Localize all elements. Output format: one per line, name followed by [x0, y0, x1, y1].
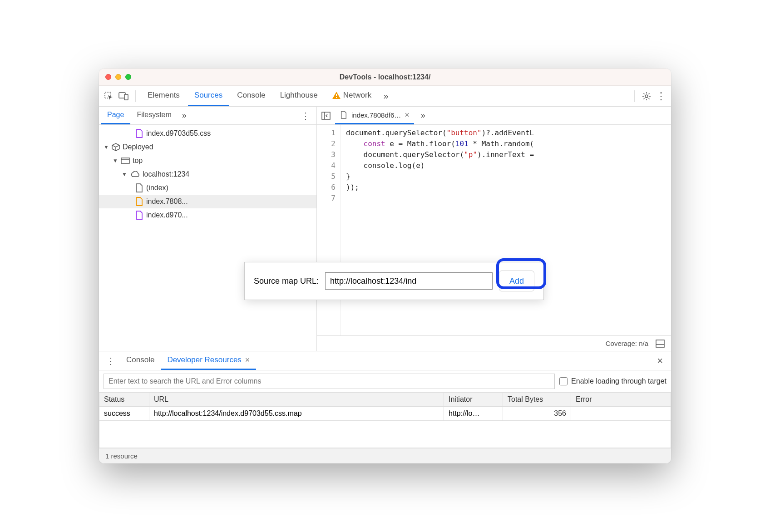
devtools-toolbar: Elements Sources Console Lighthouse Netw… — [99, 86, 671, 107]
svg-rect-3 — [336, 94, 337, 96]
editor-statusbar: Coverage: n/a — [317, 335, 671, 351]
col-status[interactable]: Status — [99, 393, 149, 407]
source-map-popup: Source map URL: Add — [244, 262, 544, 300]
tree-item-origin[interactable]: ▼ localhost:1234 — [99, 167, 316, 181]
tree-item-label: index.d9703d55.css — [146, 129, 211, 138]
col-initiator[interactable]: Initiator — [444, 393, 503, 407]
tab-elements[interactable]: Elements — [141, 86, 186, 106]
code-content: document.querySelector("button")?.addEve… — [341, 125, 538, 335]
drawer-tab-label: Developer Resources — [167, 355, 241, 365]
resources-footer: 1 resource — [99, 448, 671, 463]
editor-tab-active[interactable]: index.7808df6… × — [335, 107, 414, 124]
popup-label: Source map URL: — [254, 276, 319, 286]
resources-table: Status URL Initiator Total Bytes Error s… — [99, 392, 671, 448]
inspect-icon[interactable] — [103, 90, 115, 103]
warning-icon — [332, 92, 341, 99]
source-map-url-input[interactable] — [325, 272, 493, 290]
cell-status: success — [99, 407, 149, 421]
caret-down-icon: ▼ — [122, 171, 127, 177]
drawer-kebab-icon[interactable]: ⋮ — [102, 355, 120, 366]
tree-item-label: index.7808... — [146, 197, 188, 206]
sources-subtabs: Page Filesystem » ⋮ — [99, 107, 316, 125]
more-file-tabs-icon[interactable]: » — [417, 109, 429, 122]
tree-item-deployed[interactable]: ▼ Deployed — [99, 140, 316, 154]
subtab-filesystem[interactable]: Filesystem — [130, 107, 178, 124]
tree-item-label: Deployed — [123, 143, 153, 151]
window-title: DevTools - localhost:1234/ — [99, 73, 671, 81]
kebab-menu-icon[interactable]: ⋮ — [655, 90, 667, 103]
device-toggle-icon[interactable] — [117, 90, 130, 103]
tab-console[interactable]: Console — [231, 86, 271, 106]
code-editor[interactable]: 1234567 document.querySelector("button")… — [317, 125, 671, 335]
cell-initiator: http://lo… — [444, 407, 503, 421]
svg-rect-6 — [121, 158, 129, 163]
enable-loading-label: Enable loading through target — [571, 377, 666, 385]
tree-item-top[interactable]: ▼ top — [99, 154, 316, 167]
tree-item-label: (index) — [146, 184, 168, 192]
tree-item-js[interactable]: index.7808... — [99, 195, 316, 208]
add-button[interactable]: Add — [499, 271, 534, 291]
drawer-tab-devres[interactable]: Developer Resources × — [161, 351, 256, 370]
window-icon — [121, 158, 130, 164]
editor-tabs: index.7808df6… × » — [317, 107, 671, 125]
caret-down-icon: ▼ — [104, 144, 109, 150]
tab-network[interactable]: Network — [326, 86, 378, 106]
file-icon — [340, 110, 348, 119]
file-icon — [135, 211, 143, 220]
subtabs-kebab-icon[interactable]: ⋮ — [296, 110, 315, 121]
close-drawer-icon[interactable]: × — [652, 355, 668, 367]
caret-down-icon: ▼ — [113, 158, 118, 164]
more-subtabs-icon[interactable]: » — [178, 109, 191, 122]
tree-item-label: index.d970... — [146, 211, 188, 219]
more-tabs-icon[interactable]: » — [380, 90, 392, 103]
resources-search-input[interactable] — [104, 374, 555, 389]
collapse-drawer-icon[interactable] — [654, 337, 666, 350]
tree-item-label: top — [133, 157, 143, 165]
col-bytes[interactable]: Total Bytes — [503, 393, 571, 407]
cell-error — [571, 407, 671, 421]
close-tab-icon[interactable]: × — [405, 110, 410, 120]
editor-tab-label: index.7808df6… — [351, 111, 401, 119]
tree-item-css2[interactable]: index.d970... — [99, 208, 316, 222]
settings-icon[interactable] — [640, 90, 653, 103]
tab-sources[interactable]: Sources — [188, 86, 229, 106]
svg-point-5 — [645, 95, 648, 98]
table-row[interactable]: success http://localhost:1234/index.d970… — [99, 407, 671, 421]
col-error[interactable]: Error — [571, 393, 671, 407]
tab-lighthouse[interactable]: Lighthouse — [274, 86, 324, 106]
svg-rect-10 — [656, 340, 664, 347]
col-url[interactable]: URL — [149, 393, 444, 407]
enable-loading-checkbox-input[interactable] — [559, 377, 568, 385]
drawer: ⋮ Console Developer Resources × × Enable… — [99, 351, 671, 463]
line-gutter: 1234567 — [317, 125, 341, 335]
enable-loading-checkbox[interactable]: Enable loading through target — [559, 377, 666, 385]
coverage-label: Coverage: n/a — [606, 340, 648, 347]
file-icon — [135, 129, 143, 138]
tree-item-css[interactable]: index.d9703d55.css — [99, 127, 316, 140]
subtab-page[interactable]: Page — [101, 107, 130, 124]
file-icon — [135, 197, 143, 206]
cloud-icon — [130, 171, 140, 177]
tree-item-index[interactable]: (index) — [99, 181, 316, 195]
tree-item-label: localhost:1234 — [143, 170, 189, 178]
svg-rect-2 — [124, 94, 128, 100]
tab-network-label: Network — [343, 91, 371, 100]
titlebar: DevTools - localhost:1234/ — [99, 69, 671, 86]
cell-url: http://localhost:1234/index.d9703d55.css… — [149, 407, 444, 421]
close-drawer-tab-icon[interactable]: × — [245, 355, 250, 365]
drawer-tab-console[interactable]: Console — [120, 351, 161, 370]
file-tree: index.d9703d55.css ▼ Deployed ▼ top — [99, 125, 316, 351]
cell-bytes: 356 — [503, 407, 571, 421]
file-icon — [135, 183, 143, 192]
toggle-navigator-icon[interactable] — [320, 109, 332, 122]
svg-rect-4 — [336, 97, 337, 98]
cube-icon — [112, 143, 120, 151]
